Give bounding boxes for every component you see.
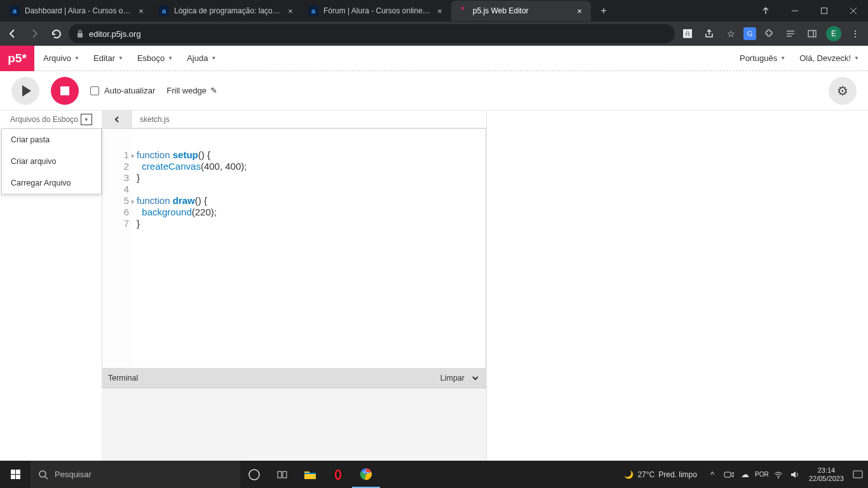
svg-rect-8 (808, 30, 816, 37)
svg-point-12 (249, 470, 259, 480)
profile-avatar[interactable]: E (825, 25, 843, 43)
back-button[interactable] (4, 25, 22, 43)
wifi-icon[interactable] (772, 468, 785, 481)
menu-edit[interactable]: Editar▼ (93, 53, 123, 63)
p5-logo[interactable]: p5* (0, 46, 34, 71)
taskbar: Pesquisar 🌙 27°C Pred. limpo ^ ☁ POR 23:… (0, 461, 868, 488)
favicon-icon: a (308, 6, 318, 16)
meet-now-icon[interactable] (722, 468, 735, 481)
workarea: Arquivos do Esboço ▼ sketch.js Prévia Cr… (0, 111, 868, 461)
menu-sketch[interactable]: Esboço▼ (137, 53, 173, 63)
start-button[interactable] (0, 461, 31, 488)
tab-title: Fórum | Alura - Cursos online de (323, 6, 431, 15)
lock-icon (76, 29, 84, 38)
search-icon (38, 470, 48, 480)
volume-icon[interactable] (789, 468, 801, 481)
svg-rect-13 (278, 471, 281, 478)
file-tab-sketch[interactable]: sketch.js (132, 111, 177, 128)
upload-file-item[interactable]: Carregar Arquivo (2, 172, 101, 194)
close-icon[interactable]: × (136, 6, 146, 16)
play-button[interactable] (11, 77, 39, 105)
file-explorer-icon[interactable] (296, 461, 324, 488)
user-menu[interactable]: Olá, Devzeck!▼ (799, 53, 859, 63)
auto-refresh-toggle[interactable]: Auto-atualizar (90, 86, 155, 95)
translate-icon[interactable]: 🅰 (679, 25, 696, 43)
files-dropdown-toggle[interactable]: ▼ (81, 114, 92, 125)
line-gutter: 1▼ 2 3 4 5▼ 6 7 (102, 129, 133, 368)
svg-rect-14 (283, 471, 287, 478)
menu-help[interactable]: Ajuda▼ (187, 53, 216, 63)
svg-rect-21 (724, 472, 731, 477)
svg-point-10 (39, 471, 46, 477)
svg-rect-15 (304, 473, 316, 474)
fold-icon[interactable]: ▼ (130, 151, 135, 162)
settings-button[interactable]: ⚙ (829, 77, 857, 105)
favicon-icon: a (10, 6, 20, 16)
terminal-clear-button[interactable]: Limpar (440, 374, 465, 383)
p5-editor-page: p5* Arquivo▼ Editar▼ Esboço▼ Ajuda▼ Port… (0, 46, 868, 461)
fold-icon[interactable]: ▼ (130, 196, 135, 208)
tab-alura-dashboard[interactable]: a Dashboard | Alura - Cursos online × (3, 1, 153, 21)
svg-point-22 (778, 477, 779, 478)
menu-file[interactable]: Arquivo▼ (43, 53, 79, 63)
share-icon[interactable] (700, 25, 718, 43)
chrome-menu-icon[interactable] (751, 0, 780, 22)
code-content[interactable]: function setup() { createCanvas(400, 400… (133, 129, 485, 368)
language-icon[interactable]: POR (756, 468, 768, 481)
task-view-button[interactable] (240, 461, 268, 488)
gtranslate-ext-icon[interactable]: G (743, 27, 756, 40)
onedrive-icon[interactable]: ☁ (739, 468, 752, 481)
taskbar-search[interactable]: Pesquisar (31, 461, 240, 488)
create-file-item[interactable]: Criar arquivo (2, 151, 101, 172)
bookmark-icon[interactable]: ☆ (722, 25, 740, 43)
weather-widget[interactable]: 🌙 27°C Pred. limpo (624, 470, 697, 479)
play-icon (22, 85, 31, 97)
sketch-name[interactable]: Frill wedge ✎ (166, 86, 217, 95)
reload-button[interactable] (47, 25, 65, 43)
forward-button[interactable] (25, 25, 43, 43)
close-icon[interactable]: × (285, 6, 295, 16)
tab-p5-editor[interactable]: * p5.js Web Editor × (451, 1, 591, 21)
stop-button[interactable] (51, 77, 79, 105)
chevron-down-icon: ▼ (118, 55, 123, 61)
chevron-down-icon: ▼ (780, 55, 785, 61)
chevron-down-icon: ▼ (74, 55, 79, 61)
tab-alura-forum[interactable]: a Fórum | Alura - Cursos online de × (302, 1, 451, 21)
svg-rect-23 (853, 471, 862, 478)
url-text: editor.p5js.org (89, 29, 141, 39)
date: 22/05/2023 (809, 475, 844, 483)
clock[interactable]: 23:14 22/05/2023 (805, 466, 848, 483)
language-select[interactable]: Português▼ (740, 53, 785, 63)
chevron-left-icon (113, 116, 121, 123)
url-input[interactable]: editor.p5js.org (69, 24, 675, 43)
chevron-down-icon: ▼ (168, 55, 173, 61)
show-hidden-icons[interactable]: ^ (706, 468, 719, 481)
weather-cond: Pred. limpo (658, 470, 697, 479)
gear-icon: ⚙ (837, 83, 848, 98)
toolbar: Auto-atualizar Frill wedge ✎ ⚙ (0, 71, 868, 111)
svg-rect-4 (78, 33, 83, 37)
create-folder-item[interactable]: Criar pasta (2, 129, 101, 151)
chrome-icon[interactable] (352, 461, 380, 488)
terminal-label: Terminal (108, 374, 138, 383)
chrome-more-icon[interactable]: ⋮ (846, 25, 864, 43)
new-tab-button[interactable]: + (595, 2, 613, 20)
opera-icon[interactable] (324, 461, 352, 488)
window-close-icon[interactable] (839, 0, 868, 22)
reading-list-icon[interactable] (782, 25, 799, 43)
chevron-down-icon[interactable] (471, 374, 480, 383)
close-icon[interactable]: × (435, 6, 445, 16)
collapse-sidebar-button[interactable] (102, 111, 132, 128)
terminal-output[interactable] (102, 388, 486, 461)
tab-title: p5.js Web Editor (473, 6, 571, 15)
tab-alura-logica[interactable]: a Lógica de programação: laços e l × (153, 1, 302, 21)
notifications-icon[interactable] (851, 468, 864, 481)
extensions-icon[interactable] (760, 25, 778, 43)
terminal-header: Terminal Limpar (102, 369, 486, 388)
taskbar-widgets-icon[interactable] (268, 461, 296, 488)
code-editor[interactable]: 1▼ 2 3 4 5▼ 6 7 function setup() { creat… (102, 128, 486, 369)
close-icon[interactable]: × (574, 6, 585, 16)
minimize-icon[interactable] (780, 0, 810, 22)
maximize-icon[interactable] (810, 0, 839, 22)
sidepanel-icon[interactable] (803, 25, 821, 43)
